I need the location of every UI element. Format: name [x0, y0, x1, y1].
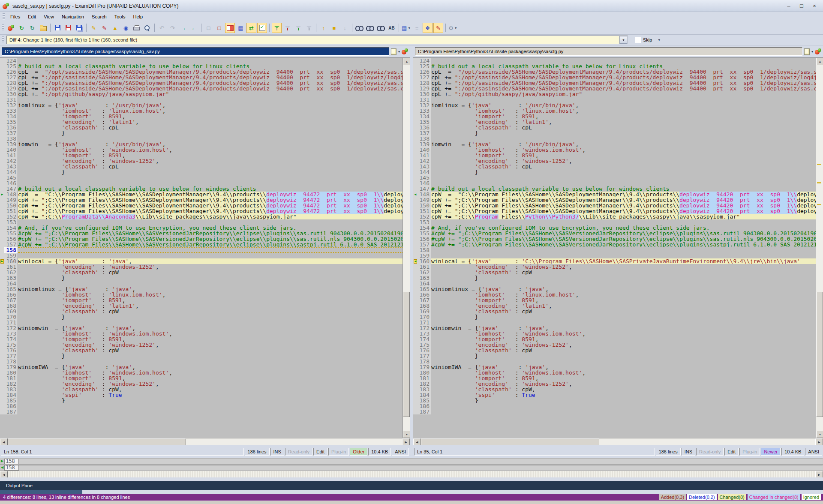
- line-details-icon[interactable]: ≡: [412, 23, 422, 33]
- edit-second-file-icon[interactable]: ✎: [99, 23, 109, 33]
- filter-search-icon[interactable]: [304, 23, 314, 33]
- file-menu-icon[interactable]: [804, 48, 810, 55]
- output-pane-titlebar[interactable]: Output Pane: [0, 481, 823, 490]
- copy-to-right-icon[interactable]: →: [178, 23, 188, 33]
- second-vertical-scrollbar[interactable]: ▲ ▼: [816, 58, 823, 438]
- diff-arrow-icon[interactable]: ▶: [0, 259, 4, 264]
- show-all-icon[interactable]: ▦: [236, 23, 246, 33]
- find-previous-icon[interactable]: [376, 23, 386, 33]
- show-differences-icon[interactable]: □: [214, 23, 224, 33]
- diff-marker-gutter: [413, 370, 418, 375]
- scroll-right-icon[interactable]: ▶: [402, 438, 410, 446]
- menu-grip[interactable]: [3, 13, 5, 20]
- diff-mark[interactable]: [817, 182, 821, 183]
- edit-options-icon[interactable]: ✎: [433, 23, 443, 33]
- status-edit: Edit: [724, 448, 739, 456]
- auto-recompare-icon[interactable]: [257, 23, 267, 33]
- edit-first-file-icon[interactable]: ✎: [89, 23, 99, 33]
- output-pane-tab[interactable]: [0, 490, 823, 494]
- replace-icon[interactable]: AB: [387, 23, 396, 33]
- diff-arrow-icon[interactable]: ◀: [1, 466, 3, 469]
- diff-arrow-icon[interactable]: ◀: [415, 193, 417, 196]
- diff-arrow-icon[interactable]: ▶: [1, 459, 3, 463]
- diffbar-grip[interactable]: [2, 36, 4, 43]
- chevron-down-icon[interactable]: ▼: [454, 27, 457, 30]
- save-differences-icon[interactable]: ▲: [110, 23, 120, 33]
- redo-icon[interactable]: ↷: [168, 23, 177, 33]
- chevron-down-icon[interactable]: ▼: [408, 27, 411, 30]
- show-identical-icon[interactable]: □: [204, 23, 213, 33]
- synchronize-scrolling-icon[interactable]: ⇄: [246, 23, 256, 33]
- scrollbar-thumb[interactable]: [421, 438, 599, 445]
- toolbar-overflow-icon[interactable]: ▾: [658, 38, 660, 42]
- diff-arrow-icon[interactable]: ◀: [414, 259, 418, 264]
- split-view-icon[interactable]: [225, 23, 235, 33]
- first-horizontal-scrollbar[interactable]: ◀ ▶: [0, 438, 410, 445]
- menu-tools[interactable]: Tools: [111, 13, 129, 21]
- filter-show-all-icon[interactable]: [272, 23, 282, 33]
- scrollbar-thumb[interactable]: [816, 292, 823, 417]
- menu-edit[interactable]: Edit: [24, 13, 40, 21]
- print-preview-icon[interactable]: [142, 23, 152, 33]
- scroll-left-icon[interactable]: ◀: [413, 438, 421, 446]
- scrollbar-thumb[interactable]: [8, 438, 186, 445]
- menu-help[interactable]: Help: [129, 13, 147, 21]
- menu-search[interactable]: Search: [88, 13, 111, 21]
- minimize-button[interactable]: –: [783, 2, 795, 10]
- code-text: 'encoding' : 'latin1',: [18, 303, 402, 309]
- file-menu-icon[interactable]: [391, 48, 396, 55]
- filter-changed-icon[interactable]: [293, 23, 303, 33]
- scroll-right-icon[interactable]: ▶: [815, 438, 823, 446]
- statistics-icon[interactable]: ▦▼: [401, 23, 411, 33]
- chevron-down-icon[interactable]: ▾: [398, 50, 400, 54]
- previous-diff-icon[interactable]: ↑: [318, 23, 328, 33]
- code-segment: winiomIWA = {: [18, 364, 65, 370]
- first-file-path[interactable]: C:\Program Files\Python\Python37\Lib\sit…: [2, 47, 389, 56]
- copy-to-left-icon[interactable]: ←: [189, 23, 199, 33]
- compare-icon[interactable]: [6, 23, 16, 33]
- save-first-file-icon[interactable]: [53, 23, 63, 33]
- scroll-down-icon[interactable]: ▼: [816, 431, 823, 438]
- filter-deleted-icon[interactable]: [282, 23, 292, 33]
- diff-arrow-icon[interactable]: ▶: [1, 193, 3, 196]
- chevron-down-icon[interactable]: ▼: [619, 36, 628, 44]
- close-button[interactable]: ×: [808, 2, 820, 10]
- undo-icon[interactable]: ↶: [157, 23, 167, 33]
- find-next-icon[interactable]: [365, 23, 375, 33]
- diff-selector-combobox[interactable]: Diff 4: Change 1 line (160, first file) …: [6, 36, 628, 44]
- menu-view[interactable]: View: [40, 13, 58, 21]
- recompare-options-icon[interactable]: ↻: [27, 23, 37, 33]
- options-icon[interactable]: ⚙▼: [448, 23, 458, 33]
- recompare-icon[interactable]: ↻: [17, 23, 27, 33]
- save-second-file-icon[interactable]: [63, 23, 73, 33]
- skip-checkbox[interactable]: Skip: [635, 37, 652, 43]
- maximize-button[interactable]: □: [796, 2, 808, 10]
- print-icon[interactable]: [132, 23, 141, 33]
- first-vertical-scrollbar[interactable]: ▲ ▼: [402, 58, 410, 438]
- pane-splitter[interactable]: [410, 45, 413, 458]
- diff-marker-gutter: [0, 147, 4, 153]
- second-file-code-area[interactable]: 124125# build out a local classpath vari…: [413, 58, 816, 438]
- diff-mark[interactable]: [817, 204, 821, 205]
- menu-files[interactable]: Files: [6, 13, 24, 21]
- save-all-icon[interactable]: [74, 23, 84, 33]
- diff-mark[interactable]: [817, 164, 821, 165]
- publish-report-icon[interactable]: ◉: [121, 23, 131, 33]
- scroll-left-icon[interactable]: ◀: [0, 438, 8, 446]
- current-diff-icon[interactable]: ■: [329, 23, 339, 33]
- second-file-path[interactable]: C:\Program Files\Python\Python37\Lib\sit…: [415, 47, 802, 56]
- toolbar-grip[interactable]: [2, 24, 4, 31]
- diff-marker-gutter: [413, 169, 418, 175]
- scrollbar-thumb[interactable]: [403, 292, 410, 417]
- scroll-up-icon[interactable]: ▲: [816, 58, 823, 65]
- first-file-code-area[interactable]: 124125# build out a local classpath vari…: [0, 58, 402, 438]
- menu-navigation[interactable]: Navigation: [58, 13, 88, 21]
- plugins-icon[interactable]: ❖: [423, 23, 433, 33]
- chevron-down-icon[interactable]: ▾: [811, 50, 813, 54]
- mini-horizontal-scrollbar[interactable]: ◀ ▶: [0, 471, 823, 477]
- next-diff-icon[interactable]: ↓: [340, 23, 350, 33]
- second-horizontal-scrollbar[interactable]: ◀ ▶: [413, 438, 823, 445]
- open-files-icon[interactable]: [38, 23, 48, 33]
- find-icon[interactable]: [354, 23, 364, 33]
- checkbox-icon[interactable]: [635, 37, 641, 43]
